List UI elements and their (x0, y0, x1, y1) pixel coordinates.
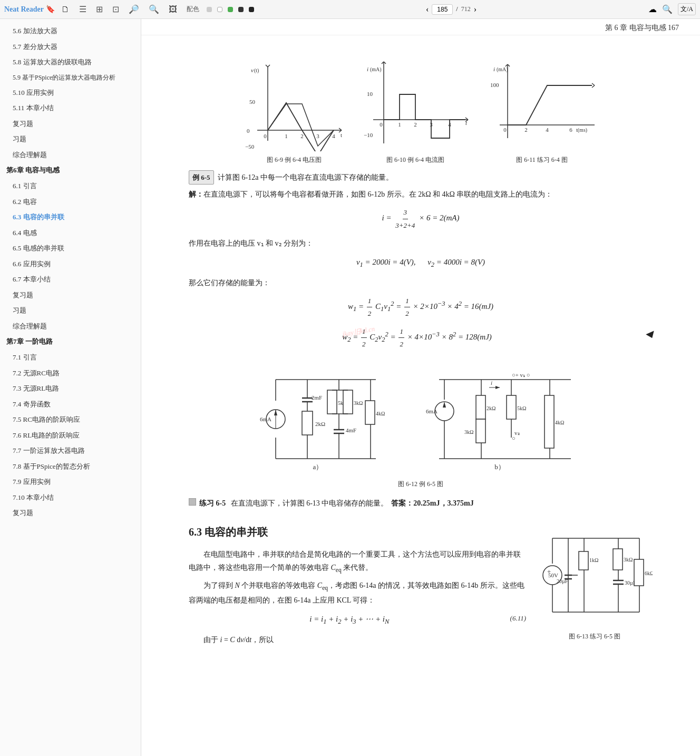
sidebar-section-ch7[interactable]: 第7章 一阶电路 (0, 334, 141, 350)
sidebar-item-comprehensive5[interactable]: 综合理解题 (0, 147, 141, 163)
sidebar-item-57[interactable]: 5.7 差分放大器 (0, 39, 141, 55)
nav-next-button[interactable]: › (474, 5, 477, 14)
color-label: 配色 (184, 4, 201, 15)
svg-text:t: t (341, 132, 342, 138)
sidebar-section-ch6[interactable]: 第6章 电容与电感 (0, 162, 141, 178)
sidebar-item-511[interactable]: 5.11 本章小结 (0, 100, 141, 116)
sidebar-item-75[interactable]: 7.5 RC电路的阶跃响应 (0, 412, 141, 428)
sidebar-item-56[interactable]: 5.6 加法放大器 (0, 23, 141, 39)
fig613-caption: 图 6-13 练习 6-5 图 (537, 631, 653, 643)
sidebar-item-72[interactable]: 7.2 无源RC电路 (0, 365, 141, 381)
search-right-icon[interactable]: 🔍 (662, 4, 673, 14)
sidebar-item-exercises5[interactable]: 习题 (0, 131, 141, 147)
sidebar-item-66[interactable]: 6.6 应用实例 (0, 256, 141, 272)
svg-rect-89 (476, 395, 485, 419)
svg-text:2: 2 (414, 121, 417, 128)
triangle-marker: ◀ (645, 325, 653, 342)
font-toggle-icon[interactable]: 文/A (678, 3, 696, 15)
color-dot-1[interactable] (207, 7, 212, 12)
sidebar-item-review5[interactable]: 复习题 (0, 116, 141, 132)
app-title[interactable]: Neat Reader 🔖 (4, 5, 55, 14)
svg-text:10: 10 (367, 91, 373, 97)
color-dot-5[interactable] (249, 7, 254, 12)
svg-rect-66 (343, 390, 353, 414)
svg-text:4kΩ: 4kΩ (376, 411, 385, 416)
solution-body: 在直流电源下，可以将每个电容都看做开路，如图 6-12b 所示。在 2kΩ 和 … (203, 190, 552, 198)
bookmark-icon[interactable]: 🔖 (46, 5, 55, 14)
fig69-caption: 图 6-9 例 6-4 电压图 (267, 154, 322, 166)
example-65-text: 计算图 6-12a 中每一个电容在直流电源下存储的能量。 (218, 173, 393, 181)
svg-text:1: 1 (285, 133, 288, 139)
svg-marker-92 (495, 386, 500, 389)
page-input[interactable] (432, 4, 453, 15)
sidebar-item-71[interactable]: 7.1 引言 (0, 350, 141, 365)
page-separator: / (456, 5, 458, 13)
fig610-caption: 图 6-10 例 6-4 电流图 (386, 154, 444, 166)
bookmark-add-icon[interactable]: 🖾 (167, 4, 179, 15)
sidebar-item-63[interactable]: 6.3 电容的串并联 (0, 209, 141, 225)
sidebar-item-review7[interactable]: 复习题 (0, 505, 141, 521)
sidebar-item-65[interactable]: 6.5 电感的串并联 (0, 240, 141, 256)
svg-text:(mA): (mA) (370, 66, 382, 73)
svg-text:2: 2 (300, 133, 304, 139)
fig613-svg: 3kΩ 30µF 1kΩ (537, 522, 653, 628)
formula-i: i = 3 3+2+4 × 6 = 2(mA) (189, 206, 653, 231)
formula-w1: w1 = 12 C1v12 = 12 × 2×10−3 × 42 = 16(mJ… (189, 295, 653, 320)
practice-65-label: 练习 6-5 (199, 497, 226, 510)
svg-text:4kΩ: 4kΩ (555, 420, 564, 425)
sidebar-item-review6[interactable]: 复习题 (0, 287, 141, 303)
svg-line-44 (592, 85, 595, 88)
fig610-svg: 0 1 2 3 4 t 10 −10 i(mA) (357, 56, 473, 151)
color-dot-2[interactable] (217, 7, 222, 12)
svg-text:i: i (493, 66, 495, 72)
svg-text:a）: a） (313, 463, 323, 471)
sidebar-item-73[interactable]: 7.3 无源RL电路 (0, 381, 141, 396)
svg-rect-60 (302, 411, 313, 435)
sidebar-item-67[interactable]: 6.7 本章小结 (0, 272, 141, 287)
svg-text:0: 0 (264, 133, 267, 139)
svg-text:2: 2 (524, 127, 528, 133)
color-dot-4[interactable] (238, 7, 244, 12)
svg-text:20µF: 20µF (557, 578, 568, 584)
view-icon[interactable]: ⊡ (110, 3, 121, 15)
sidebar: 5.6 加法放大器 5.7 差分放大器 5.8 运算放大器的级联电路 5.9 基… (0, 19, 141, 756)
formula-v: v1 = 2000i = 4(V), v2 = 4000i = 8(V) (189, 255, 653, 271)
sidebar-item-710[interactable]: 7.10 本章小结 (0, 490, 141, 506)
color-dot-3[interactable] (228, 7, 233, 12)
grid-icon[interactable]: ⊞ (94, 3, 105, 15)
cloud-icon[interactable]: ☁ (648, 4, 657, 14)
svg-text:5kΩ: 5kΩ (517, 405, 526, 411)
sidebar-item-59[interactable]: 5.9 基于PSpice的运算放大器电路分析 (0, 70, 141, 85)
sidebar-item-61[interactable]: 6.1 引言 (0, 178, 141, 194)
solution-text: 解：在直流电源下，可以将每个电容都看做开路，如图 6-12b 所示。在 2kΩ … (189, 188, 653, 201)
svg-text:(t): (t) (254, 67, 259, 74)
sidebar-item-58[interactable]: 5.8 运算放大器的级联电路 (0, 54, 141, 70)
sidebar-item-77[interactable]: 7.7 一阶运算放大器电路 (0, 443, 141, 459)
sidebar-item-74[interactable]: 7.4 奇异函数 (0, 396, 141, 412)
sidebar-item-76[interactable]: 7.6 RL电路的阶跃响应 (0, 428, 141, 443)
app-title-text: Neat Reader (4, 5, 44, 14)
sidebar-item-64[interactable]: 6.4 电感 (0, 225, 141, 241)
circuit-row-612: 6mA 2mF 2kΩ (189, 358, 653, 474)
svg-text:4: 4 (546, 127, 549, 133)
svg-line-43 (592, 83, 595, 85)
svg-text:−10: −10 (364, 132, 373, 138)
menu-icon[interactable]: ☰ (77, 3, 89, 15)
file-icon[interactable]: 🗋 (59, 4, 72, 15)
sidebar-item-510[interactable]: 5.10 应用实例 (0, 85, 141, 101)
search-icon-2[interactable]: 🔍 (147, 3, 161, 15)
sidebar-item-79[interactable]: 7.9 应用实例 (0, 474, 141, 490)
svg-marker-85 (443, 402, 446, 408)
sidebar-item-62[interactable]: 6.2 电容 (0, 194, 141, 210)
sidebar-item-78[interactable]: 7.8 基于PSpice的暂态分析 (0, 459, 141, 474)
nav-prev-button[interactable]: ‹ (426, 5, 429, 14)
svg-text:50: 50 (249, 99, 256, 105)
sidebar-item-comprehensive6[interactable]: 综合理解题 (0, 318, 141, 334)
svg-text:2mF: 2mF (312, 394, 322, 401)
svg-text:i: i (367, 66, 368, 72)
sidebar-item-exercises6[interactable]: 习题 (0, 303, 141, 318)
formula-w2: jkay旧kd.cn w2 = 12 C2v22 = 12 × 4×10−3 ×… (189, 325, 653, 351)
svg-text:6kΩ: 6kΩ (645, 570, 653, 576)
search-icon-1[interactable]: 🔎 (127, 3, 141, 15)
page-header: 第 6 章 电容与电感 167 (141, 19, 700, 35)
